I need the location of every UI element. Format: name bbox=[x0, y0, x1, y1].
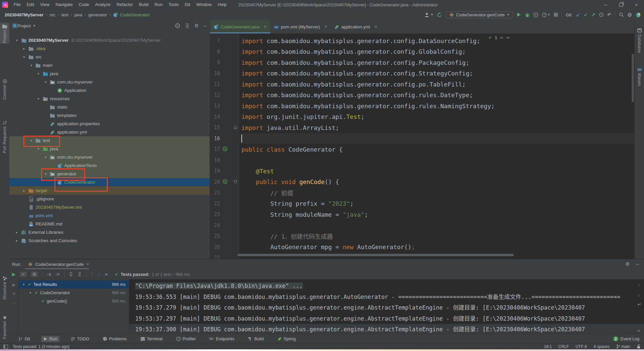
rollback-button[interactable]: ↶ bbox=[607, 12, 611, 17]
code-line-12[interactable]: 12import com.baomidou.mybatisplus.genera… bbox=[210, 90, 635, 101]
git-update-button[interactable]: ↙ bbox=[576, 12, 580, 17]
stripe-item-commit[interactable]: Commit bbox=[0, 78, 9, 100]
code-line-7[interactable]: 7import com.baomidou.mybatisplus.generat… bbox=[210, 35, 635, 46]
chevron-right-icon[interactable]: ▸ bbox=[13, 239, 20, 242]
chevron-down-icon[interactable]: ▾ bbox=[21, 55, 28, 59]
stripe-item-pull-requests[interactable]: Pull Requests bbox=[0, 119, 9, 153]
coverage-button[interactable] bbox=[533, 12, 538, 17]
run-configuration-select[interactable]: CodeGenerator.genCode▼ bbox=[446, 11, 513, 18]
chevron-right-icon[interactable]: ▸ bbox=[21, 47, 28, 50]
profiler-button[interactable]: ▼ bbox=[542, 12, 551, 17]
tab-close-icon[interactable]: ✕ bbox=[374, 24, 378, 29]
toolwindow-build[interactable]: Build bbox=[246, 336, 266, 342]
git-branch[interactable]: main bbox=[616, 344, 630, 349]
tree-row-codegenerator[interactable]: CCodeGenerator bbox=[9, 178, 210, 186]
menu-edit[interactable]: Edit bbox=[24, 0, 37, 9]
chevron-down-icon[interactable]: ▾ bbox=[42, 80, 49, 84]
sort-by-duration-icon[interactable]: ↓≡ bbox=[55, 272, 60, 277]
tree-row-application-yml[interactable]: application.yml bbox=[9, 128, 210, 136]
chevron-down-icon[interactable]: ▾ bbox=[35, 72, 42, 75]
code-line-16[interactable]: 16 bbox=[210, 133, 635, 144]
debug-button[interactable] bbox=[525, 12, 530, 17]
breadcrumb-item-20230407MyServer[interactable]: 20230407MyServer bbox=[5, 12, 43, 17]
tree-row-com-stu-myserver[interactable]: ▾com.stu.myserver bbox=[9, 153, 210, 161]
toolwindow-switcher-icon[interactable] bbox=[3, 345, 8, 349]
tree-row-applicationtests[interactable]: CApplicationTests bbox=[9, 161, 210, 170]
tree-row-application[interactable]: Application bbox=[9, 86, 210, 95]
code-line-10[interactable]: 10import com.baomidou.mybatisplus.genera… bbox=[210, 68, 635, 79]
tab-codegenerator-java[interactable]: CCodeGenerator.java✕ bbox=[210, 20, 270, 33]
project-view-dropdown-icon[interactable]: ▼ bbox=[33, 24, 36, 27]
show-ignored-toggle[interactable]: ⊘ bbox=[31, 272, 38, 277]
tree-row-java[interactable]: ▾java bbox=[9, 145, 210, 153]
code-line-14[interactable]: 14import org.junit.jupiter.api.Test; bbox=[210, 112, 635, 123]
tree-row-20230407myserver-iml[interactable]: 20230407MyServer.iml bbox=[9, 203, 210, 211]
plugin-icon[interactable] bbox=[636, 12, 641, 17]
tab-application-yml[interactable]: application.yml✕ bbox=[331, 20, 381, 33]
chevron-down-icon[interactable]: ▾ bbox=[13, 38, 20, 42]
menu-build[interactable]: Build bbox=[136, 0, 152, 9]
code-line-19[interactable]: 19 @Test bbox=[210, 166, 635, 177]
run-panel-settings-icon[interactable]: ⚙ bbox=[625, 261, 630, 267]
editor-vertical-scrollbar[interactable] bbox=[632, 54, 634, 102]
soft-wrap-icon[interactable]: ↵ bbox=[638, 302, 641, 307]
git-push-button[interactable]: ↗ bbox=[591, 12, 595, 17]
stripe-item-maven[interactable]: mMaven bbox=[635, 65, 644, 86]
indent-setting[interactable]: 4 spaces bbox=[594, 344, 610, 349]
rerun-tests-icon[interactable]: ▶ bbox=[12, 272, 16, 277]
tree-row-external-libraries[interactable]: ▸External Libraries bbox=[9, 228, 210, 236]
tree-row-static[interactable]: static bbox=[9, 103, 210, 111]
menu-analyze[interactable]: Analyze bbox=[92, 0, 114, 9]
tree-row-target[interactable]: ▸target bbox=[9, 186, 210, 195]
code-line-8[interactable]: 8import com.baomidou.mybatisplus.generat… bbox=[210, 46, 635, 57]
collapse-all-run-icon[interactable] bbox=[77, 272, 82, 277]
code-line-18[interactable]: 18 bbox=[210, 155, 635, 166]
menu-tools[interactable]: Tools bbox=[166, 0, 182, 9]
run-tab[interactable]: CodeGenerator.genCode ✕ bbox=[28, 262, 89, 267]
tree-row-resources[interactable]: ▾resources bbox=[9, 95, 210, 103]
menu-window[interactable]: Window bbox=[193, 0, 215, 9]
menu-view[interactable]: View bbox=[37, 0, 52, 9]
toolwindow-problems[interactable]: !Problems bbox=[100, 336, 129, 342]
toolwindow-terminal[interactable]: Terminal bbox=[138, 336, 165, 342]
git-commit-button[interactable]: ✓ bbox=[584, 12, 588, 17]
code-line-11[interactable]: 11import com.baomidou.mybatisplus.genera… bbox=[210, 79, 635, 90]
tab-close-icon[interactable]: ✕ bbox=[263, 24, 267, 29]
test-history-icon[interactable]: ▶ bbox=[12, 283, 15, 287]
chevron-down-icon[interactable]: ▾ bbox=[28, 63, 35, 67]
code-line-15[interactable]: 15import java.util.ArrayList; bbox=[210, 122, 635, 133]
code-line-13[interactable]: 13import com.baomidou.mybatisplus.genera… bbox=[210, 101, 635, 112]
tree-row-scratches-and-consoles[interactable]: ▸Scratches and Consoles bbox=[9, 236, 210, 245]
stripe-item-structure[interactable]: Structure bbox=[0, 275, 9, 300]
test-row-test-results[interactable]: ▾✔Test Results966 ms bbox=[19, 280, 129, 289]
chevron-right-icon[interactable]: ▸ bbox=[21, 189, 28, 192]
run-test-gutter-icon[interactable] bbox=[223, 179, 228, 184]
toolwindow-profiler[interactable]: Profiler bbox=[174, 336, 198, 342]
menu-file[interactable]: File bbox=[11, 0, 24, 9]
status-message[interactable]: Tests passed: 1 (3 minutes ago) bbox=[13, 344, 69, 349]
breadcrumb-item-java[interactable]: java bbox=[74, 12, 82, 17]
tree-row-main[interactable]: ▾main bbox=[9, 61, 210, 69]
chevron-right-icon[interactable]: ▸ bbox=[13, 230, 20, 234]
chevron-down-icon[interactable]: ▾ bbox=[35, 147, 42, 151]
stripe-item-favorites[interactable]: Favorites bbox=[0, 314, 9, 339]
expand-all-icon[interactable] bbox=[69, 272, 73, 277]
menu-code[interactable]: Code bbox=[76, 0, 92, 9]
test-row-codegenerator[interactable]: ▾✔CodeGenerator966 ms bbox=[19, 289, 129, 297]
code-area[interactable]: 7import com.baomidou.mybatisplus.generat… bbox=[210, 34, 635, 259]
tree-row-pom-xml[interactable]: mpom.xml bbox=[9, 211, 210, 220]
toolwindow-endpoints[interactable]: Endpoints bbox=[207, 336, 237, 342]
sort-alphabetically-icon[interactable]: ↓a bbox=[47, 272, 51, 277]
tree-row-com-stu-myserver[interactable]: ▾com.stu.myserver bbox=[9, 78, 210, 86]
settings-icon[interactable]: ⚙ bbox=[627, 12, 632, 18]
tree-row--idea[interactable]: ▸.idea bbox=[9, 44, 210, 53]
code-line-17[interactable]: 17public class CodeGenerator { bbox=[210, 144, 635, 155]
event-log-button[interactable]: 2Event Log bbox=[613, 336, 639, 341]
stop-button[interactable] bbox=[554, 13, 558, 17]
prev-problem-icon[interactable] bbox=[500, 35, 503, 40]
code-line-23[interactable]: 23 String moduleName = "java"; bbox=[210, 209, 635, 220]
run-tab-close-icon[interactable]: ✕ bbox=[86, 262, 89, 267]
code-line-22[interactable]: 22 String prefix = "2023"; bbox=[210, 198, 635, 209]
fold-marker-icon[interactable] bbox=[234, 126, 237, 129]
menu-refactor[interactable]: Refactor bbox=[114, 0, 136, 9]
